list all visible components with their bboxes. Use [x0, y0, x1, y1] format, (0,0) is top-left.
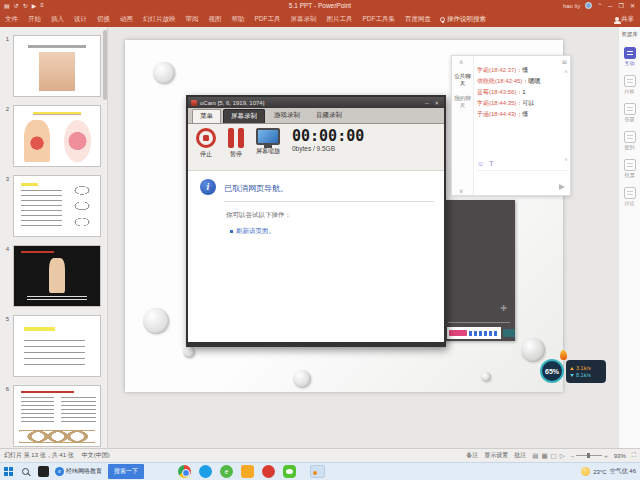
slide-thumbnail[interactable] — [13, 385, 101, 447]
slide-thumbnail[interactable] — [13, 105, 101, 167]
avatar[interactable] — [585, 2, 592, 9]
resource-tool[interactable]: 讨论 — [619, 187, 640, 206]
collapse-up-icon[interactable]: ∧ — [459, 58, 463, 65]
ocam-tool-button[interactable]: 停止 — [196, 128, 216, 159]
water-droplet-decoration — [153, 62, 175, 84]
ribbon-tab[interactable]: PDF工具集 — [358, 15, 401, 24]
upload-icon — [570, 367, 574, 370]
view-mode-icon[interactable]: ▦ — [541, 452, 547, 460]
ribbon-tab[interactable]: 切换 — [92, 15, 115, 24]
statusbar-button[interactable]: 显示设置 — [484, 451, 508, 460]
ribbon-tab[interactable]: 开始 — [23, 15, 46, 24]
ocam-close-icon[interactable]: ✕ — [434, 100, 441, 106]
scroll-down-icon[interactable]: ∨ — [564, 156, 568, 162]
resource-tool[interactable]: 投票 — [619, 159, 640, 178]
chat-window-icon[interactable]: ⊞ — [562, 58, 567, 65]
net-speed-widget[interactable]: 65% 3.1k/s 8.1k/s — [540, 350, 610, 388]
slide-thumbnail-row[interactable]: 1 — [2, 35, 101, 97]
error-title: 已取消网页导航。 — [224, 183, 288, 194]
resource-tool[interactable]: 互动 — [619, 47, 640, 66]
zoom-thumb[interactable] — [587, 453, 590, 458]
statusbar-button[interactable]: 批注 — [514, 451, 526, 460]
ocam-minimize-icon[interactable]: ─ — [425, 100, 431, 106]
slide-thumbnail[interactable] — [13, 245, 101, 307]
collapse-down-icon[interactable]: ∨ — [459, 187, 463, 194]
ribbon-tab[interactable]: 动画 — [115, 15, 138, 24]
resource-tool[interactable]: 签到 — [619, 131, 640, 150]
taskbar-app-dark[interactable] — [38, 466, 49, 477]
ocam-tab[interactable]: 音频录制 — [309, 109, 349, 123]
taskbar-pinned-site[interactable]: e 经纬网络教育 — [55, 467, 102, 476]
resource-tool-label: 互动 — [625, 60, 635, 66]
restore-icon[interactable]: ❐ — [619, 2, 625, 9]
ocam-tab[interactable]: 游戏录制 — [267, 109, 307, 123]
taskbar-app-icon[interactable] — [178, 465, 191, 478]
chat-channel-tab[interactable]: 我的聊天 — [452, 92, 473, 112]
view-mode-icon[interactable]: ▢ — [551, 452, 557, 460]
taskbar-active-app[interactable] — [310, 465, 325, 478]
ribbon-display-icon[interactable]: ⌃ — [597, 2, 603, 9]
slide-thumbnail-row[interactable]: 6 — [2, 385, 101, 447]
emoji-icon[interactable]: ☺ — [477, 160, 484, 167]
ribbon-tab[interactable]: 屏幕录制 — [286, 15, 322, 24]
weather-widget[interactable]: 23°C 空气优 46 — [581, 467, 636, 476]
resource-tool[interactable]: 答题 — [619, 103, 640, 122]
ocam-tool-button[interactable]: 暂停 — [226, 128, 246, 159]
taskbar-search-button[interactable]: 搜索一下 — [108, 464, 144, 479]
slide-thumbnail[interactable] — [13, 35, 101, 97]
taskbar-app-icon[interactable] — [283, 465, 296, 478]
ocam-tool-label: 停止 — [200, 150, 212, 159]
view-mode-icon[interactable]: ▷ — [560, 452, 565, 460]
ribbon-tab[interactable]: 图片工具 — [322, 15, 358, 24]
ribbon-tab[interactable]: PDF工具 — [250, 15, 286, 24]
tell-me-search[interactable]: 操作说明搜索 — [440, 15, 486, 24]
slide-thumbnail[interactable] — [13, 315, 101, 377]
refresh-page-link[interactable]: 刷新该页面。 — [236, 227, 275, 236]
ocam-menu-button[interactable]: 菜单 — [192, 109, 221, 123]
send-icon[interactable] — [559, 184, 565, 190]
slide-thumbnail[interactable] — [13, 175, 101, 237]
share-button[interactable]: 共享 — [615, 15, 640, 24]
taskbar-app-icon[interactable] — [199, 465, 212, 478]
zoom-in-icon[interactable]: + — [604, 453, 608, 459]
zoom-slider[interactable]: − + — [571, 453, 608, 459]
resource-tool[interactable]: 白板 — [619, 75, 640, 94]
slide-thumbnail-row[interactable]: 4 — [2, 245, 101, 307]
ribbon-tab[interactable]: 文件 — [0, 15, 23, 24]
ocam-tab[interactable]: 屏幕录制 — [223, 109, 265, 123]
ocam-titlebar[interactable]: oCam [5, 6, 1919, 1074] ─ ✕ — [188, 97, 444, 108]
slide-thumbnail-row[interactable]: 2 — [2, 105, 101, 167]
slide-thumbnail-row[interactable]: 5 — [2, 315, 101, 377]
zoom-percent[interactable]: 93% — [614, 453, 626, 459]
font-icon[interactable]: T — [489, 160, 493, 167]
resource-header[interactable]: 资源库 — [619, 27, 640, 38]
slide-thumbnail-row[interactable]: 3 — [2, 175, 101, 237]
ribbon-tab[interactable]: 百度网盘 — [400, 15, 436, 24]
ocam-tool-button[interactable]: 屏幕缩放 — [256, 128, 280, 159]
zoom-track[interactable] — [576, 455, 602, 456]
view-mode-icon[interactable]: ▤ — [532, 452, 538, 460]
ribbon-tab[interactable]: 幻灯片放映 — [138, 15, 181, 24]
chat-channel-tab[interactable]: 公共聊天 — [452, 70, 473, 90]
taskbar-app-icon[interactable] — [241, 465, 254, 478]
search-icon[interactable] — [22, 468, 29, 475]
minimize-icon[interactable]: ─ — [608, 3, 613, 9]
taskbar-app-icon[interactable] — [262, 465, 275, 478]
cpu-percent-badge[interactable]: 65% — [540, 359, 564, 383]
statusbar-button[interactable]: 备注 — [466, 451, 478, 460]
fit-slide-icon[interactable]: ⛶ — [632, 452, 636, 459]
language-indicator[interactable]: 中文(中国) — [82, 451, 110, 460]
zoom-out-icon[interactable]: − — [571, 453, 575, 459]
panel-scrollbar[interactable] — [103, 30, 107, 100]
ribbon-tab[interactable]: 帮助 — [227, 15, 250, 24]
slide-counter[interactable]: 幻灯片 第 13 张，共 41 张 — [4, 451, 74, 460]
close-icon[interactable]: ✕ — [630, 2, 636, 9]
taskbar-app-icon[interactable]: e — [220, 465, 233, 478]
ribbon-tab[interactable]: 审阅 — [181, 15, 204, 24]
chat-input[interactable] — [477, 170, 567, 192]
ribbon-tab[interactable]: 视图 — [204, 15, 227, 24]
ribbon-tab[interactable]: 插入 — [46, 15, 69, 24]
ribbon-tab[interactable]: 设计 — [69, 15, 92, 24]
start-button[interactable] — [4, 467, 13, 476]
scroll-up-icon[interactable]: ∧ — [564, 68, 568, 74]
